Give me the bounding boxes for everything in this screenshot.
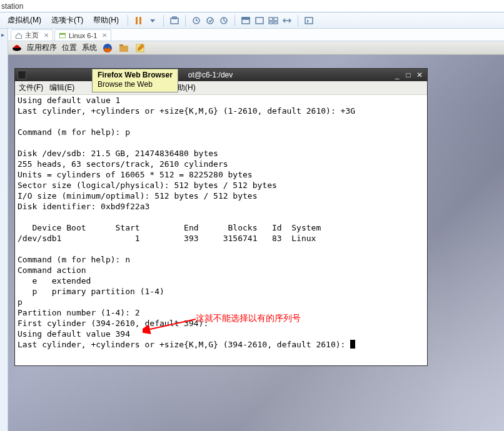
svg-rect-20 — [119, 46, 128, 52]
separator — [128, 15, 128, 26]
firefox-tooltip: Firefox Web Browser Browse the Web — [92, 69, 178, 92]
gnome-apps[interactable]: 应用程序 — [27, 42, 57, 53]
svg-point-6 — [207, 17, 213, 24]
separator — [185, 15, 186, 26]
gnome-system[interactable]: 系统 — [82, 42, 97, 53]
menu-bar: 虚拟机(M) 选项卡(T) 帮助(H) — [0, 12, 504, 29]
annotation-arrow — [143, 316, 199, 335]
home-icon — [15, 32, 23, 39]
terminal-icon — [18, 71, 26, 79]
svg-rect-9 — [242, 17, 249, 19]
cursor — [350, 340, 355, 349]
redhat-icon[interactable] — [12, 43, 22, 53]
revert-icon[interactable] — [191, 15, 202, 26]
svg-rect-15 — [305, 17, 313, 24]
separator — [234, 15, 235, 26]
annotation-text: 这就不能选择以有的序列号 — [196, 313, 301, 324]
terminal-output: Using default value 1 Last cylinder, +cy… — [18, 96, 355, 349]
nautilus-icon[interactable] — [118, 42, 129, 54]
gedit-icon[interactable] — [134, 42, 146, 54]
terminal-menu: 文件(F) 编辑(E) 查看(V) 搜索(S) 终端(T) 帮助(H) — [15, 81, 427, 95]
pause-icon[interactable] — [133, 15, 144, 26]
svg-rect-21 — [119, 44, 123, 46]
svg-rect-12 — [274, 17, 278, 21]
gnome-panel: 应用程序 位置 系统 — [8, 41, 504, 55]
svg-rect-1 — [139, 17, 141, 24]
tab-close-icon[interactable]: ✕ — [102, 32, 107, 39]
app-title: station — [1, 2, 23, 11]
minimize-button[interactable]: _ — [392, 71, 402, 79]
term-menu-file[interactable]: 文件(F) — [19, 82, 43, 93]
term-menu-edit[interactable]: 编辑(E) — [49, 82, 74, 93]
terminal-body[interactable]: Using default value 1 Last cylinder, +cy… — [15, 95, 427, 365]
svg-line-24 — [148, 319, 196, 330]
tab-linux-label: Linux 6-1 — [69, 32, 97, 39]
maximize-button[interactable]: □ — [403, 71, 413, 79]
view-multi-icon[interactable] — [268, 15, 279, 26]
fullscreen-icon[interactable] — [240, 15, 251, 26]
tab-linux[interactable]: Linux 6-1 ✕ — [54, 29, 111, 41]
menu-vm[interactable]: 虚拟机(M) — [4, 14, 45, 27]
stop-dropdown-icon[interactable] — [147, 15, 158, 26]
vm-viewport: 主页 ✕ Linux 6-1 ✕ 应用程序 位置 系统 — [8, 29, 504, 431]
left-panel-collapsed[interactable]: ▸ — [0, 29, 8, 431]
snapshot-take-icon[interactable] — [204, 15, 216, 26]
expand-arrow-icon[interactable]: ▸ — [1, 31, 4, 38]
stretch-icon[interactable] — [281, 15, 293, 26]
vm-icon — [59, 32, 66, 39]
tooltip-line2: Browse the Web — [98, 80, 173, 89]
gnome-places[interactable]: 位置 — [62, 42, 77, 53]
menu-tabs[interactable]: 选项卡(T) — [48, 14, 87, 27]
close-button[interactable]: ✕ — [415, 71, 425, 79]
separator — [163, 15, 164, 26]
unity-icon[interactable] — [254, 15, 265, 26]
svg-marker-2 — [150, 19, 155, 22]
terminal-title: ot@c6-1:/dev — [30, 71, 391, 79]
console-icon[interactable] — [303, 15, 315, 26]
tab-close-icon[interactable]: ✕ — [44, 32, 49, 39]
svg-rect-11 — [269, 17, 273, 21]
menu-help[interactable]: 帮助(H) — [89, 14, 123, 27]
svg-rect-0 — [136, 17, 138, 24]
tab-home-label: 主页 — [25, 31, 39, 40]
svg-rect-17 — [60, 33, 66, 34]
tooltip-line1: Firefox Web Browser — [98, 71, 173, 80]
terminal-titlebar[interactable]: ot@c6-1:/dev _ □ ✕ — [15, 69, 427, 81]
app-title-bar: station — [0, 0, 504, 12]
svg-rect-13 — [269, 22, 273, 24]
svg-rect-10 — [256, 17, 263, 24]
vm-tab-strip: 主页 ✕ Linux 6-1 ✕ — [8, 29, 504, 41]
snapshot-icon[interactable] — [169, 15, 180, 26]
snapshot-manage-icon[interactable] — [218, 15, 229, 26]
svg-rect-14 — [274, 22, 278, 24]
tab-home[interactable]: 主页 ✕ — [11, 29, 53, 41]
firefox-icon[interactable] — [102, 42, 113, 54]
separator — [298, 15, 298, 26]
